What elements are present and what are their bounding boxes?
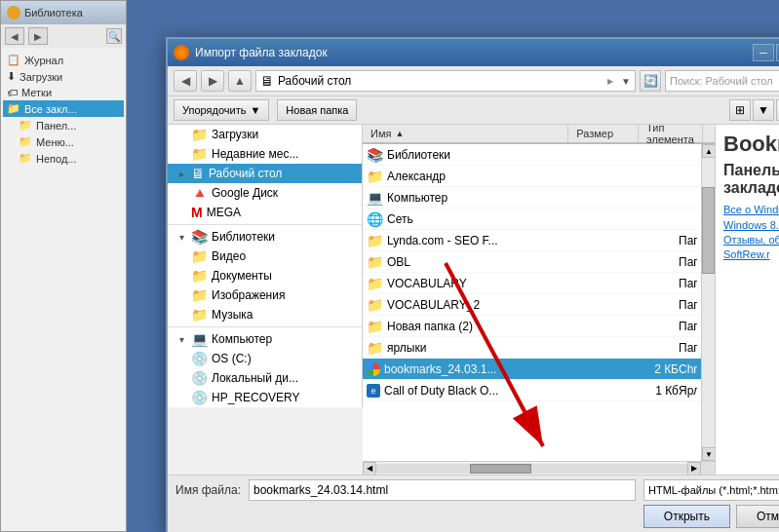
file-list-scroll-container: 📚Библиотеки 📁Александр 💻Компьютер bbox=[363, 144, 715, 461]
file-list-scrollbar[interactable]: ▲ ▼ bbox=[701, 144, 715, 461]
search-box[interactable]: Поиск: Рабочий стол 🔍 bbox=[665, 70, 779, 92]
file-row-libraries[interactable]: 📚Библиотеки bbox=[363, 144, 701, 166]
library-titlebar: Библиотека bbox=[1, 1, 126, 24]
library-item-other[interactable]: 📁Непод... bbox=[3, 150, 124, 167]
tree-separator-1 bbox=[168, 224, 362, 225]
tree-item-downloads[interactable]: 📁 Загрузки bbox=[168, 125, 362, 144]
col-header-size[interactable]: Размер bbox=[568, 125, 639, 142]
open-button[interactable]: Открыть bbox=[643, 505, 730, 528]
tree-item-recent[interactable]: 📁 Недавние мес... bbox=[168, 144, 362, 164]
h-scroll-thumb[interactable] bbox=[470, 464, 532, 474]
tree-item-computer[interactable]: ▾ 💻 Компьютер bbox=[168, 329, 362, 349]
drive-c-icon: 💿 bbox=[191, 351, 208, 366]
file-row-shortcuts[interactable]: 📁ярлыки Папка с файлам bbox=[363, 337, 701, 359]
folder-obl-icon: 📁 bbox=[367, 254, 383, 270]
nav-forward-button[interactable]: ▶ bbox=[201, 70, 224, 92]
library-item-menu[interactable]: 📁Меню... bbox=[3, 133, 124, 150]
library-icon bbox=[7, 6, 20, 19]
ie-file-icon: e bbox=[367, 384, 380, 398]
preview-link[interactable]: Все о Windows 8. Windows 8.1. Отзывы, об… bbox=[723, 203, 779, 263]
address-text: Рабочий стол bbox=[278, 74, 600, 88]
tree-item-osc[interactable]: 💿 OS (C:) bbox=[168, 349, 362, 368]
search-placeholder: Поиск: Рабочий стол bbox=[670, 75, 779, 87]
left-panel-container: 📁 Загрузки 📁 Недавние мес... ▸ 🖥 Рабочий… bbox=[168, 125, 363, 475]
cancel-button[interactable]: Отмена bbox=[736, 505, 779, 528]
library-item-bookmarks[interactable]: 📁Все закл... bbox=[3, 100, 124, 117]
preview-subtitle: Панель закладок bbox=[723, 162, 779, 197]
expander-icon: ▾ bbox=[175, 334, 187, 345]
tree-item-desktop[interactable]: ▸ 🖥 Рабочий стол bbox=[168, 164, 362, 183]
scroll-down-button[interactable]: ▼ bbox=[702, 447, 715, 461]
library-tree: 📋Журнал ⬇Загрузки 🏷Метки 📁Все закл... 📁П… bbox=[1, 48, 126, 171]
library-item-panel[interactable]: 📁Панел... bbox=[3, 117, 124, 133]
tree-item-libraries[interactable]: ▾ 📚 Библиотеки bbox=[168, 227, 362, 247]
chrome-file-icon bbox=[367, 362, 380, 376]
tree-item-images[interactable]: 📁 Изображения bbox=[168, 285, 362, 305]
file-row-vocab[interactable]: 📁VOCABULARY Папка с файлам bbox=[363, 273, 701, 294]
library-search-btn[interactable]: 🔍 bbox=[106, 28, 122, 44]
new-folder-button[interactable]: Новая папка bbox=[277, 99, 357, 121]
view-icons-group: ⊞ ▼ ☰ ❓ bbox=[729, 99, 779, 121]
file-row-alexander[interactable]: 📁Александр bbox=[363, 166, 701, 187]
library-item-journal[interactable]: 📋Журнал bbox=[3, 52, 124, 68]
file-row-cod[interactable]: e Call of Duty Black O... 1 Кб Ярлык Инт… bbox=[363, 380, 701, 401]
images-folder-icon: 📁 bbox=[191, 287, 208, 303]
address-bar[interactable]: 🖥 Рабочий стол ▶ ▼ bbox=[255, 70, 636, 92]
scroll-up-button[interactable]: ▲ bbox=[702, 144, 715, 158]
dialog-bottom: Имя файла: HTML-файлы (*.html;*.htm;*.s … bbox=[168, 475, 779, 532]
tree-item-video[interactable]: 📁 Видео bbox=[168, 247, 362, 266]
view-icon-grid[interactable]: ⊞ bbox=[729, 99, 751, 121]
tree-item-mega[interactable]: M MEGA bbox=[168, 203, 362, 222]
hscroll-right-btn[interactable]: ▶ bbox=[687, 462, 701, 475]
computer-file-icon: 💻 bbox=[367, 190, 383, 206]
dialog-titlebar: Импорт файла закладок ─ □ ✕ bbox=[168, 39, 779, 66]
hscroll-left-btn[interactable]: ◀ bbox=[363, 462, 376, 475]
filename-label: Имя файла: bbox=[175, 483, 241, 497]
tree-separator-2 bbox=[168, 326, 362, 327]
tree-item-googledrive[interactable]: 🔺 Google Диск bbox=[168, 183, 362, 203]
file-row-vocab2[interactable]: 📁VOCABULARY_2 Папка с файлам bbox=[363, 294, 701, 316]
sort-arrow-icon: ▲ bbox=[395, 129, 404, 138]
minimize-button[interactable]: ─ bbox=[753, 44, 774, 61]
folder-lynda-icon: 📁 bbox=[367, 233, 383, 248]
tree-item-docs[interactable]: 📁 Документы bbox=[168, 266, 362, 285]
col-header-type[interactable]: Тип элемента bbox=[639, 125, 703, 142]
file-row-obl[interactable]: 📁OBL Папка с файлам bbox=[363, 251, 701, 273]
refresh-button[interactable]: 🔄 bbox=[640, 70, 661, 92]
file-row-lynda[interactable]: 📁Lynda.com - SEO F... Папка с файлам bbox=[363, 230, 701, 251]
h-scrollbar[interactable]: ◀ ▶ bbox=[363, 461, 715, 475]
filetype-select[interactable]: HTML-файлы (*.html;*.htm;*.s ▼ bbox=[643, 479, 779, 501]
library-forward-btn[interactable]: ▶ bbox=[28, 27, 48, 45]
file-list-header: Имя ▲ Размер Тип элемента bbox=[363, 125, 715, 144]
folder-icon: 📁 bbox=[191, 146, 208, 162]
library-item-tags[interactable]: 🏷Метки bbox=[3, 85, 124, 100]
view-dropdown-btn[interactable]: ▼ bbox=[753, 99, 774, 121]
file-row-newfolder[interactable]: 📁Новая папка (2) Папка с файлам bbox=[363, 316, 701, 337]
file-row-bookmarks[interactable]: bookmarks_24.03.1... 2 КБ Chrome HTML D bbox=[363, 359, 701, 380]
col-header-name[interactable]: Имя ▲ bbox=[363, 125, 568, 142]
dialog-content: 📁 Загрузки 📁 Недавние мес... ▸ 🖥 Рабочий… bbox=[168, 125, 779, 475]
import-dialog: Импорт файла закладок ─ □ ✕ ◀ ▶ ▲ 🖥 Рабо… bbox=[166, 37, 779, 532]
tree-item-local-disk[interactable]: 💿 Локальный ди... bbox=[168, 368, 362, 388]
library-item-downloads[interactable]: ⬇Загрузки bbox=[3, 68, 124, 85]
file-row-network[interactable]: 🌐Сеть bbox=[363, 209, 701, 230]
nav-up-button[interactable]: ▲ bbox=[228, 70, 252, 92]
scroll-thumb[interactable] bbox=[702, 187, 715, 274]
library-back-btn[interactable]: ◀ bbox=[5, 27, 24, 45]
address-dropdown-icon[interactable]: ▼ bbox=[621, 76, 631, 87]
tree-item-music[interactable]: 📁 Музыка bbox=[168, 305, 362, 324]
network-file-icon: 🌐 bbox=[367, 211, 383, 227]
tree-item-recovery[interactable]: 💿 HP_RECOVERY bbox=[168, 388, 362, 407]
desktop-icon: 🖥 bbox=[260, 73, 274, 89]
mega-icon: M bbox=[191, 205, 203, 220]
preview-panel: Bookm Панель закладок Все о Windows 8. W… bbox=[715, 125, 779, 475]
header-scrollbar-spacer bbox=[703, 125, 715, 142]
folder-icon: 📁 bbox=[191, 127, 208, 142]
googledrive-icon: 🔺 bbox=[191, 185, 208, 201]
filename-input[interactable] bbox=[249, 479, 636, 501]
nav-back-button[interactable]: ◀ bbox=[174, 70, 197, 92]
drive-local-icon: 💿 bbox=[191, 370, 208, 386]
left-tree-panel: 📁 Загрузки 📁 Недавние мес... ▸ 🖥 Рабочий… bbox=[168, 125, 363, 407]
file-row-computer[interactable]: 💻Компьютер bbox=[363, 187, 701, 209]
organize-button[interactable]: Упорядочить ▼ bbox=[174, 99, 269, 121]
